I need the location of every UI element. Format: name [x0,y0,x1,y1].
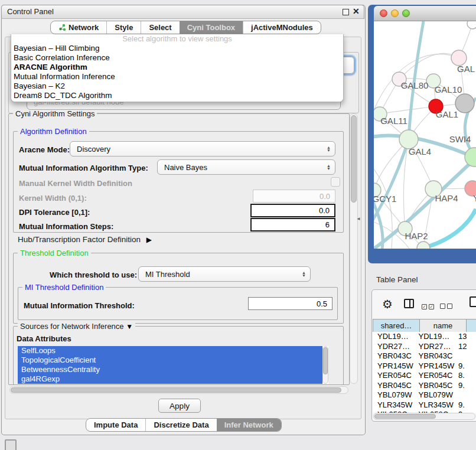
dropdown-item[interactable]: Bayesian – Hill Climbing [11,44,343,53]
dropdown-item[interactable]: Basic Correlation Inference [11,53,343,63]
threshold-definition-title: Threshold Definition [18,249,91,257]
which-threshold-value: MI Threshold [145,270,190,279]
node-label: GAL [457,64,475,74]
stepper-arrows-icon: ▲▼ [327,164,331,170]
mi-threshold-field[interactable]: 0.5 [248,297,332,310]
screen: Control Panel ✕ Network Style Select Cyn… [0,0,476,450]
manual-kernel-checkbox[interactable] [331,177,340,187]
sources-title: Sources for Network Inference [20,322,124,331]
splitter-grip-icon[interactable]: ◄ [356,216,361,221]
network-icon [58,24,66,31]
mi-threshold-group-title: MI Threshold Definition [22,283,106,291]
mac-minimize-button[interactable] [391,9,399,17]
mi-algorithm-type-label: Mutual Information Algorithm Type: [19,164,148,172]
node-label: GAL10 [435,84,462,94]
list-item[interactable]: SelfLoops [18,346,322,356]
float-window-icon[interactable] [343,9,349,15]
bottom-tabbar: Impute Data Discretize Data Infer Networ… [86,418,282,432]
node[interactable] [417,242,430,249]
gear-icon[interactable]: ⚙ [382,297,393,311]
table-row[interactable]: YBL079WYBL079W [373,390,476,400]
table-row[interactable]: YPR145WYPR145W9. [373,361,476,371]
dropdown-item[interactable]: Dream8 DC_TDC Algorithm [11,91,343,100]
aracne-mode-combo[interactable]: Discovery ▲▼ [70,141,335,156]
tab-impute-data[interactable]: Impute Data [86,419,145,431]
settings-vscrollbar-thumb[interactable] [351,115,357,203]
dropdown-prompt: Select algorithm to view settings [11,34,343,44]
tab-cyni-toolbox[interactable]: Cyni Toolbox [180,21,243,34]
table-row[interactable]: YDL19…YDL19…13 [373,332,476,342]
node[interactable] [467,21,476,29]
control-panel-titlebar[interactable] [1,5,364,19]
which-threshold-combo[interactable]: MI Threshold ▲▼ [138,266,311,282]
list-item[interactable]: BetweennessCentrality [18,365,322,374]
data-attributes-list: SelfLoops TopologicalCoefficient Between… [18,346,328,384]
dropdown-item[interactable]: Bayesian – K2 [11,81,343,91]
algorithm-definition-title: Algorithm Definition [18,128,89,135]
tab-network[interactable]: Network [51,21,106,34]
hub-expander-label: Hub/Transcription Factor Definition [18,235,141,244]
table-row[interactable]: YER054CYER054C8. [373,371,476,381]
columns-icon[interactable] [404,299,414,308]
node-label: HAP4 [435,193,458,203]
list-item[interactable]: TopologicalCoefficient [18,356,322,365]
column-header-shared[interactable]: shared… [373,319,420,332]
node-label: GAL4 [409,146,431,156]
mi-steps-field[interactable]: 6 [250,218,335,231]
mac-zoom-button[interactable] [402,9,410,17]
tab-select[interactable]: Select [141,21,179,34]
manual-kernel-label: Manual Kernel Width Definition [19,179,132,188]
tab-discretize-data[interactable]: Discretize Data [145,419,216,431]
network-graph: GAL GAL80 GAL10 GAL1 GAL11 GAL4 SWI4 GCY… [374,21,476,249]
sources-expander[interactable]: Sources for Network Inference ▼ [18,322,135,331]
tab-infer-network[interactable]: Infer Network [217,419,281,431]
mi-threshold-label: Mutual Information Threshold: [24,301,135,310]
table-hscrollbar-thumb[interactable] [374,414,436,419]
network-canvas[interactable]: GAL GAL80 GAL10 GAL1 GAL11 GAL4 SWI4 GCY… [374,21,476,249]
mi-algorithm-type-value: Naive Bayes [164,163,207,172]
hub-expander[interactable]: Hub/Transcription Factor Definition ▶ [18,235,152,244]
dropdown-item[interactable]: Mutual Information Inference [11,72,343,81]
mi-steps-label: Mutual Information Steps: [19,222,113,231]
tab-jactivemnodules[interactable]: jActiveMNodules [243,21,321,34]
column-header-a[interactable]: A [467,319,476,332]
table-row[interactable]: YBR045CYBR045C9. [373,381,476,391]
cyni-settings-title: Cyni Algorithm Settings [13,110,97,118]
stepper-arrows-icon: ▲▼ [327,146,331,152]
algorithm-dropdown-popup: Select algorithm to view settings Bayesi… [11,34,344,102]
list-item[interactable]: gal4RGexp [18,374,322,384]
kernel-width-field[interactable]: 0.0 [253,190,335,203]
column-header-name[interactable]: name [420,319,467,332]
settings-hscrollbar-thumb[interactable] [11,387,341,393]
node-label: Y [473,193,476,203]
mac-close-button[interactable] [380,9,387,17]
aracne-mode-value: Discovery [77,145,110,154]
close-icon[interactable]: ✕ [353,6,360,16]
tab-style[interactable]: Style [106,21,141,34]
attributes-vscrollbar-thumb[interactable] [323,347,328,374]
table-row[interactable]: YDR27…YDR27…12 [373,342,476,352]
node-label: GAL80 [401,80,429,90]
corner-widget-icon[interactable] [5,439,17,450]
node-table-rows: YDL19…YDL19…13 YDR27…YDR27…12 YBR043CYBR… [373,332,476,413]
node-swi4[interactable] [465,148,476,167]
unchecked-boxes-icon[interactable] [440,302,454,311]
checked-boxes-icon[interactable]: ✓✓ [422,301,436,310]
dpi-tolerance-field[interactable]: 0.0 [250,204,335,217]
apply-button[interactable]: Apply [158,399,201,413]
mi-algorithm-type-combo[interactable]: Naive Bayes ▲▼ [157,159,335,175]
table-panel-title: Table Panel [376,275,418,284]
node-label: SWI4 [449,134,471,144]
highlighted-edge [421,209,476,249]
dropdown-item-selected[interactable]: ARACNE Algorithm [11,63,343,72]
node-label: GCY1 [374,194,396,204]
table-row[interactable]: YLR345WYLR345W9. [373,400,476,410]
stepper-arrows-icon: ▲▼ [302,271,306,277]
table-row[interactable]: YBR043CYBR043C [373,351,476,361]
node-label: HAP2 [405,231,428,241]
node-label: GAL11 [380,116,407,126]
network-window-titlebar[interactable] [374,6,476,21]
document-icon[interactable] [470,296,476,307]
kernel-width-label: Kernel Width (0,1): [19,194,87,203]
which-threshold-label: Which threshold to use: [50,270,137,279]
